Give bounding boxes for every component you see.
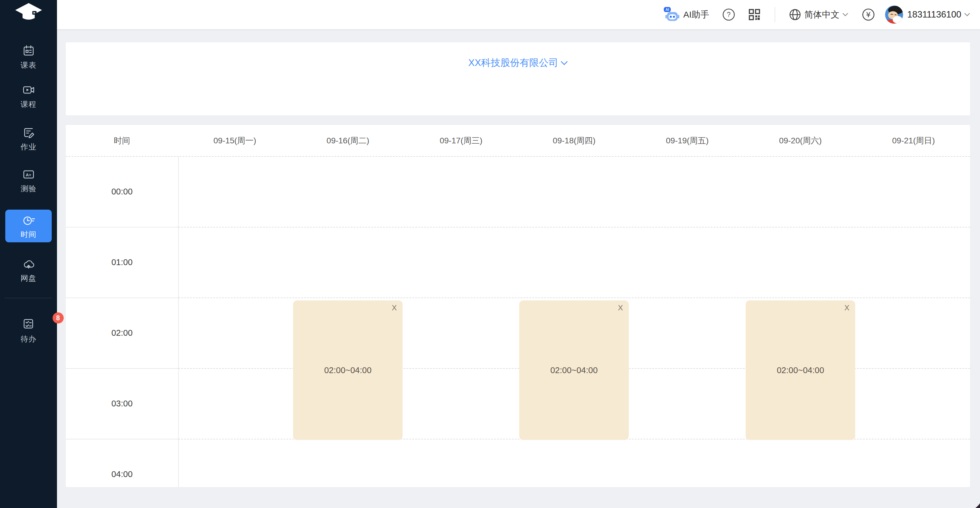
calendar-panel: 时间 09-15(周一) 09-16(周二) 09-17(周三) 09-18(周… [66, 125, 970, 487]
svg-text:?: ? [727, 11, 731, 18]
day-header: 09-18(周四) [517, 135, 630, 146]
language-selector[interactable]: 简体中文 [789, 8, 848, 21]
toolbar-panel: XX科技股份有限公司 创建空闲时间 删除空闲时间 2025年09月15日 - 2… [66, 42, 970, 115]
time-column-border [178, 156, 179, 487]
ai-assistant-label: AI助手 [683, 9, 709, 21]
sidebar-item-label: 课程 [0, 99, 57, 110]
close-icon[interactable]: X [618, 304, 623, 311]
sidebar-item-netdisk[interactable]: 网盘 [0, 257, 57, 284]
sidebar: 课表 课程 作业 A+ 测验 时间 [0, 0, 57, 508]
todo-count-badge: 8 [52, 313, 64, 324]
day-header: 09-20(周六) [744, 135, 857, 146]
ai-assistant-button[interactable]: AI AI助手 [663, 7, 709, 22]
sidebar-item-label: 时间 [0, 230, 57, 240]
sidebar-item-label: 课表 [0, 60, 57, 70]
edit-document-icon [22, 126, 35, 139]
day-header: 09-17(周三) [404, 135, 517, 146]
company-name: XX科技股份有限公司 [468, 56, 558, 70]
grid-line [178, 227, 970, 227]
event-time-label: 02:00~04:00 [746, 300, 855, 440]
close-icon[interactable]: X [845, 304, 850, 311]
sidebar-item-quiz[interactable]: A+ 测验 [0, 168, 57, 194]
company-selector[interactable]: XX科技股份有限公司 [66, 56, 970, 70]
todo-list-icon [22, 317, 35, 330]
free-time-event[interactable]: 02:00~04:00 X [746, 300, 855, 440]
day-header: 09-19(周五) [631, 135, 744, 146]
sidebar-item-label: 测验 [0, 184, 57, 194]
time-label: 01:00 [66, 227, 178, 297]
free-time-event[interactable]: 02:00~04:00 X [293, 300, 402, 440]
yen-circle-icon: ¥ [862, 8, 875, 21]
topbar: AI AI助手 ? 简体中文 [57, 0, 980, 29]
currency-button[interactable]: ¥ [862, 8, 875, 21]
time-label: 00:00 [66, 156, 178, 227]
user-menu[interactable]: 18311136100 [907, 10, 970, 20]
day-header: 09-16(周二) [291, 135, 404, 146]
sidebar-item-courses[interactable]: 课程 [0, 84, 57, 110]
close-icon[interactable]: X [392, 304, 397, 311]
day-header: 09-21(周日) [857, 135, 970, 146]
sidebar-item-homework[interactable]: 作业 [0, 126, 57, 152]
video-icon [22, 84, 35, 96]
free-time-event[interactable]: 02:00~04:00 X [519, 300, 629, 440]
event-time-label: 02:00~04:00 [519, 300, 629, 440]
time-label: 04:00 [66, 439, 178, 487]
chevron-down-icon [561, 61, 568, 65]
sidebar-item-label: 网盘 [0, 273, 57, 284]
sidebar-item-label: 待办 [0, 334, 57, 344]
sidebar-item-timetable[interactable]: 课表 [0, 44, 57, 70]
qr-code-icon [748, 8, 761, 21]
username-label: 18311136100 [907, 10, 961, 20]
svg-text:¥: ¥ [866, 11, 871, 19]
app-logo-icon[interactable] [14, 2, 43, 26]
help-button[interactable]: ? [722, 8, 735, 21]
grid-line [66, 156, 970, 157]
language-label: 简体中文 [804, 9, 840, 21]
calendar-icon [22, 44, 35, 57]
svg-text:AI: AI [665, 8, 669, 12]
ai-robot-icon: AI [663, 7, 681, 22]
event-time-label: 02:00~04:00 [293, 300, 402, 440]
topbar-divider [775, 7, 775, 22]
sidebar-item-time[interactable]: 时间 [0, 214, 57, 240]
sidebar-item-todo[interactable]: 8 待办 [0, 317, 57, 344]
a-plus-card-icon: A+ [22, 168, 35, 181]
sidebar-item-label: 作业 [0, 142, 57, 152]
sidebar-divider [5, 298, 52, 298]
mouse-cursor [970, 499, 980, 508]
time-column-header: 时间 [66, 135, 178, 146]
calendar-header: 时间 09-15(周一) 09-16(周二) 09-17(周三) 09-18(周… [66, 125, 970, 156]
chevron-down-icon [964, 13, 970, 16]
clock-icon [22, 214, 35, 227]
time-label: 02:00 [66, 297, 178, 368]
globe-icon [789, 8, 802, 21]
chevron-down-icon [842, 13, 848, 16]
svg-text:A+: A+ [25, 173, 31, 177]
day-header: 09-15(周一) [178, 135, 291, 146]
question-circle-icon: ? [722, 8, 735, 21]
user-avatar[interactable] [885, 6, 903, 24]
grid-line [178, 297, 970, 298]
cloud-upload-icon [22, 257, 35, 270]
qr-code-button[interactable] [748, 8, 761, 21]
time-label: 03:00 [66, 368, 178, 439]
